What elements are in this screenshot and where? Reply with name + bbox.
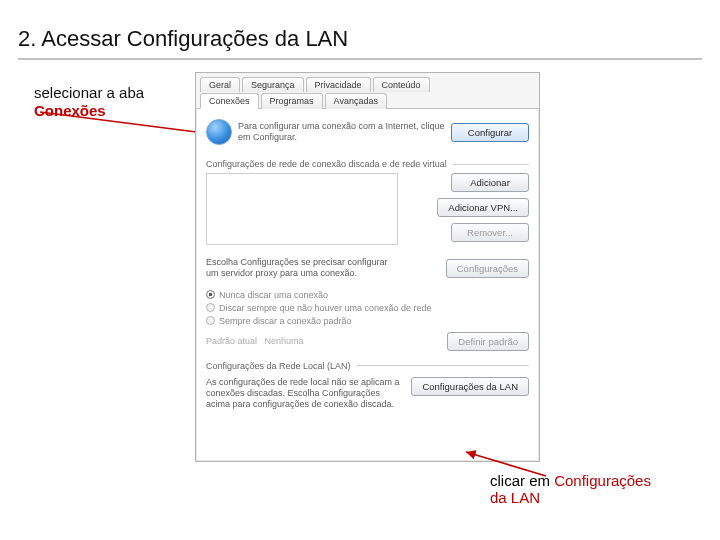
default-label: Padrão atual Nenhuma <box>206 336 304 346</box>
radio-icon <box>206 290 215 299</box>
tab-body: Para configurar uma conexão com a Intern… <box>196 109 539 451</box>
internet-options-dialog: Geral Segurança Privacidade Conteúdo Con… <box>195 72 540 462</box>
tab-privacidade[interactable]: Privacidade <box>306 77 371 92</box>
tab-bar: Geral Segurança Privacidade Conteúdo Con… <box>196 73 539 109</box>
title-underline <box>18 58 702 60</box>
connections-listbox[interactable] <box>206 173 398 245</box>
radio-label: Sempre discar a conexão padrão <box>219 316 352 326</box>
annotation-bottom-accent2: da LAN <box>490 489 540 506</box>
annotation-bottom-accent1: Configurações <box>554 472 651 489</box>
default-value: Nenhuma <box>265 336 304 346</box>
annotation-bottom-plain: clicar em <box>490 472 554 489</box>
tab-programas[interactable]: Programas <box>261 93 323 109</box>
tab-avancadas[interactable]: Avançadas <box>325 93 387 109</box>
annotation-top-text: selecionar a aba <box>34 84 144 101</box>
slide-title: 2. Acessar Configurações da LAN <box>18 26 348 52</box>
tab-conteudo[interactable]: Conteúdo <box>373 77 430 92</box>
radio-icon <box>206 316 215 325</box>
svg-line-0 <box>40 112 212 134</box>
tab-seguranca[interactable]: Segurança <box>242 77 304 92</box>
arrow-top <box>36 108 216 138</box>
radio-label: Nunca discar uma conexão <box>219 290 328 300</box>
default-label-text: Padrão atual <box>206 336 257 346</box>
section-dial-text: Configurações de rede de conexão discada… <box>206 159 447 169</box>
configuracoes-button[interactable]: Configurações <box>446 259 529 278</box>
annotation-bottom: clicar em Configurações da LAN <box>490 472 651 507</box>
radio-nunca[interactable]: Nunca discar uma conexão <box>206 290 529 300</box>
configurar-button[interactable]: Configurar <box>451 123 529 142</box>
proxy-text: Escolha Configurações se precisar config… <box>206 257 401 280</box>
remover-button[interactable]: Remover... <box>451 223 529 242</box>
tab-geral[interactable]: Geral <box>200 77 240 92</box>
lan-desc: As configurações de rede local não se ap… <box>206 377 401 411</box>
configuracoes-lan-button[interactable]: Configurações da LAN <box>411 377 529 396</box>
setup-text: Para configurar uma conexão com a Intern… <box>238 121 451 144</box>
globe-icon <box>206 119 232 145</box>
radio-sempre[interactable]: Sempre discar a conexão padrão <box>206 316 529 326</box>
adicionar-vpn-button[interactable]: Adicionar VPN... <box>437 198 529 217</box>
dial-radio-group: Nunca discar uma conexão Discar sempre q… <box>206 290 529 326</box>
definir-padrao-button[interactable]: Definir padrão <box>447 332 529 351</box>
radio-label: Discar sempre que não houver uma conexão… <box>219 303 432 313</box>
radio-icon <box>206 303 215 312</box>
adicionar-button[interactable]: Adicionar <box>451 173 529 192</box>
section-dial-label: Configurações de rede de conexão discada… <box>206 159 529 169</box>
radio-sem-rede[interactable]: Discar sempre que não houver uma conexão… <box>206 303 529 313</box>
section-lan-label: Configurações da Rede Local (LAN) <box>206 361 529 371</box>
tab-conexoes[interactable]: Conexões <box>200 93 259 109</box>
section-lan-text: Configurações da Rede Local (LAN) <box>206 361 351 371</box>
